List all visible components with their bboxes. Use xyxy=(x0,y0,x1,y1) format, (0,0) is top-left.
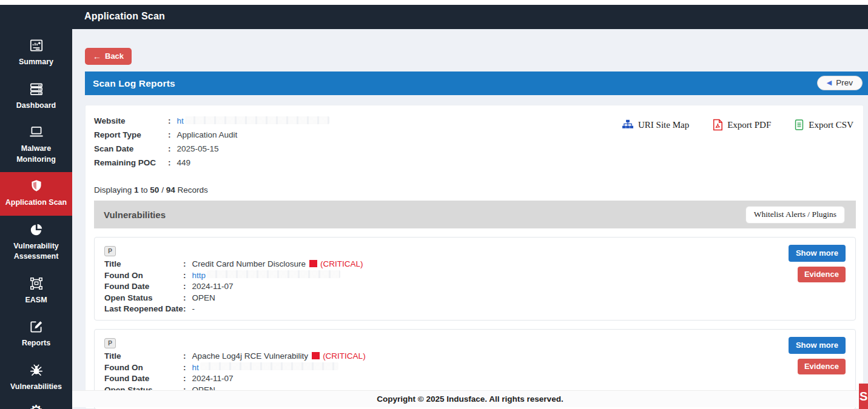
field-row-open-status: Open Status OPEN xyxy=(104,293,846,304)
sidebar-item-summary[interactable]: Summary xyxy=(0,32,72,75)
summary-report-icon xyxy=(29,38,44,53)
info-label: Report Type xyxy=(94,130,168,139)
whitelist-alerts-plugins-button[interactable]: Whitelist Alerts / Plugins xyxy=(745,206,845,224)
reports-edit-icon xyxy=(29,319,44,334)
sidebar-item-label: Vulnerability Assessment xyxy=(2,241,70,262)
pdf-file-icon xyxy=(712,119,723,131)
page-title: Application Scan xyxy=(84,11,165,22)
show-more-button[interactable]: Show more xyxy=(789,245,846,262)
vulnerability-title: Apache Log4j RCE Vulnerability xyxy=(192,351,309,361)
sidebar-item-application-scan[interactable]: Application Scan xyxy=(0,172,72,216)
csv-file-icon xyxy=(794,119,804,131)
redacted-url xyxy=(207,270,340,278)
sidebar-item-label: Dashboard xyxy=(16,101,56,111)
scan-log-reports-bar: Scan Log Reports ◀ Prev xyxy=(85,71,868,95)
sidebar-item-reports[interactable]: Reports xyxy=(0,313,72,356)
sidebar-item-label: Application Scan xyxy=(5,198,67,208)
laptop-icon xyxy=(29,124,44,140)
vulnerability-title: Credit Card Number Disclosure xyxy=(192,259,306,268)
back-arrow-icon: ← xyxy=(93,52,101,61)
severity-label: (CRITICAL) xyxy=(320,259,363,268)
card-actions: Show more Evidence xyxy=(789,337,846,374)
main-content: ← Back Scan Log Reports ◀ Prev Website h… xyxy=(72,29,868,409)
website-value[interactable]: ht xyxy=(177,116,184,125)
uri-site-map-label: URI Site Map xyxy=(638,120,689,130)
sidebar-item-label: Vulnerabilities xyxy=(10,382,62,393)
critical-severity-icon xyxy=(309,260,317,267)
info-label: Remaining POC xyxy=(94,158,168,167)
scan-date-value: 2025-05-15 xyxy=(177,144,219,153)
export-csv-label: Export CSV xyxy=(809,120,853,130)
info-label: Website xyxy=(94,116,168,125)
back-button-label: Back xyxy=(105,52,124,61)
open-status-value: OPEN xyxy=(192,293,215,304)
found-date-value: 2024-11-07 xyxy=(192,373,234,385)
prev-button-label: Prev xyxy=(836,78,853,87)
found-on-link[interactable]: http xyxy=(192,270,206,282)
gear-icon: ⚙ xyxy=(29,403,43,409)
info-label: Scan Date xyxy=(94,144,168,153)
prev-button[interactable]: ◀ Prev xyxy=(817,76,863,90)
section-title: Scan Log Reports xyxy=(93,78,175,89)
sidebar-item-settings[interactable]: ⚙ xyxy=(0,403,72,409)
field-row-last-reopened: Last Reopened Date - xyxy=(104,304,846,315)
critical-severity-icon xyxy=(312,352,320,359)
evidence-button[interactable]: Evidence xyxy=(798,359,846,374)
report-type-value: Application Audit xyxy=(177,130,238,139)
report-panel: Website ht Report Type Application Audit… xyxy=(85,105,864,409)
vulnerabilities-title: Vulnerabilities xyxy=(104,210,166,220)
easm-frame-icon xyxy=(29,276,44,291)
remaining-poc-value: 449 xyxy=(177,158,191,167)
info-row-remaining-poc: Remaining POC 449 xyxy=(94,158,329,167)
footer: Copyright © 2025 Indusface. All rights r… xyxy=(72,390,868,407)
info-row-scan-date: Scan Date 2025-05-15 xyxy=(94,144,329,153)
sidebar-item-malware-monitoring[interactable]: Malware Monitoring xyxy=(0,118,72,172)
field-row-found-on: Found On ht xyxy=(104,362,846,374)
severity-label: (CRITICAL) xyxy=(323,351,366,361)
field-row-title: Title Credit Card Number Disclosure(CRIT… xyxy=(104,259,846,270)
sidebar-item-easm[interactable]: EASM xyxy=(0,270,72,313)
sidebar-item-vulnerabilities[interactable]: Vulnerabilities xyxy=(0,356,72,400)
shield-icon xyxy=(29,178,44,194)
back-button[interactable]: ← Back xyxy=(85,48,132,65)
poc-badge: P xyxy=(104,246,116,256)
report-info: Website ht Report Type Application Audit… xyxy=(94,116,329,172)
prev-arrow-icon: ◀ xyxy=(827,79,832,86)
info-row-website: Website ht xyxy=(94,116,329,125)
found-on-link[interactable]: ht xyxy=(192,362,199,374)
redacted-url xyxy=(185,116,329,124)
sidebar: Summary Dashboard Malware Moni xyxy=(0,5,72,409)
export-csv-link[interactable]: Export CSV xyxy=(794,119,853,131)
last-reopened-value: - xyxy=(192,304,195,315)
field-row-title: Title Apache Log4j RCE Vulnerability(CRI… xyxy=(104,351,846,362)
uri-site-map-link[interactable]: URI Site Map xyxy=(622,119,689,130)
export-actions: URI Site Map Export PDF Export CSV xyxy=(622,119,853,131)
sidebar-item-dashboard[interactable]: Dashboard xyxy=(0,75,72,119)
sidebar-item-vulnerability-assessment[interactable]: Vulnerability Assessment xyxy=(0,216,72,270)
support-floating-button[interactable]: S xyxy=(859,384,868,409)
redacted-url xyxy=(200,362,338,370)
show-more-button[interactable]: Show more xyxy=(789,337,846,354)
support-label: S xyxy=(860,390,867,404)
export-pdf-link[interactable]: Export PDF xyxy=(712,119,771,131)
poc-badge: P xyxy=(104,338,116,348)
field-row-found-on: Found On http xyxy=(104,270,846,282)
export-pdf-label: Export PDF xyxy=(727,120,771,130)
dashboard-icon xyxy=(29,81,44,97)
copyright-text: Copyright © 2025 Indusface. All rights r… xyxy=(377,394,563,404)
sidebar-item-label: Summary xyxy=(19,57,53,68)
field-row-found-date: Found Date 2024-11-07 xyxy=(104,281,846,293)
vulnerabilities-header-bar: Vulnerabilities Whitelist Alerts / Plugi… xyxy=(94,201,856,228)
info-row-report-type: Report Type Application Audit xyxy=(94,130,329,139)
bug-icon xyxy=(29,362,44,378)
found-date-value: 2024-11-07 xyxy=(192,281,234,293)
sitemap-icon xyxy=(622,119,634,130)
field-row-found-date: Found Date 2024-11-07 xyxy=(104,373,846,385)
sidebar-item-label: EASM xyxy=(25,295,47,306)
evidence-button[interactable]: Evidence xyxy=(798,267,846,282)
top-header-bar: Application Scan xyxy=(0,5,868,29)
sidebar-item-label: Malware Monitoring xyxy=(2,144,70,165)
records-summary: Displaying 1 to 50 / 94 Records xyxy=(94,185,208,195)
card-actions: Show more Evidence xyxy=(789,245,846,282)
application-scan-page: Application Scan Summary xyxy=(0,0,868,409)
